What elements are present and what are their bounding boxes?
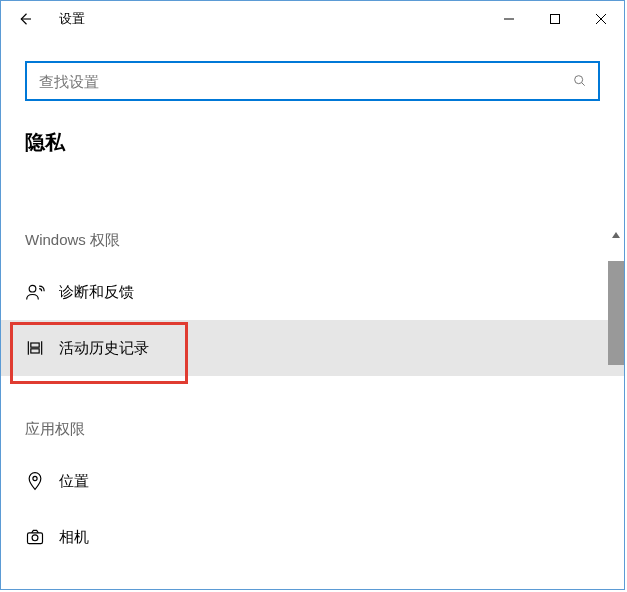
item-location[interactable]: 位置 (1, 453, 624, 509)
location-icon (25, 471, 59, 491)
maximize-button[interactable] (532, 4, 578, 34)
svg-rect-2 (551, 15, 560, 24)
vertical-scrollbar[interactable] (608, 227, 624, 589)
item-camera[interactable]: 相机 (1, 509, 624, 565)
search-box[interactable] (25, 61, 600, 101)
item-diagnostics-feedback[interactable]: 诊断和反馈 (1, 264, 624, 320)
feedback-icon (25, 282, 59, 302)
section-windows-permissions: Windows 权限 (1, 205, 624, 264)
svg-rect-10 (31, 343, 39, 347)
titlebar-left: 设置 (1, 1, 85, 37)
minimize-icon (503, 13, 515, 25)
settings-list: Windows 权限 诊断和反馈 (1, 205, 624, 589)
section-app-permissions: 应用权限 (1, 376, 624, 453)
camera-icon (25, 527, 59, 547)
window-controls (486, 4, 624, 34)
scroll-up-arrow-icon[interactable] (608, 227, 624, 243)
maximize-icon (549, 13, 561, 25)
svg-line-6 (582, 83, 585, 86)
item-label: 相机 (59, 528, 89, 547)
titlebar: 设置 (1, 1, 624, 37)
svg-point-5 (575, 76, 583, 84)
item-label: 诊断和反馈 (59, 283, 134, 302)
svg-point-14 (32, 535, 38, 541)
item-label: 位置 (59, 472, 89, 491)
svg-point-7 (29, 285, 36, 292)
activity-history-icon (25, 338, 59, 358)
scroll-thumb[interactable] (608, 261, 624, 365)
window-title: 设置 (59, 10, 85, 28)
svg-point-12 (33, 476, 37, 480)
search-container (1, 37, 624, 101)
minimize-button[interactable] (486, 4, 532, 34)
item-label: 活动历史记录 (59, 339, 149, 358)
item-activity-history[interactable]: 活动历史记录 (1, 320, 624, 376)
svg-marker-15 (612, 232, 620, 238)
content-area: 隐私 Windows 权限 诊断和反馈 (1, 37, 624, 589)
close-icon (595, 13, 607, 25)
svg-rect-11 (31, 349, 39, 353)
search-input[interactable] (37, 72, 572, 91)
back-button[interactable] (1, 1, 49, 37)
search-icon (572, 73, 588, 89)
arrow-left-icon (16, 10, 34, 28)
close-button[interactable] (578, 4, 624, 34)
page-title: 隐私 (1, 101, 624, 166)
settings-window: 设置 (0, 0, 625, 590)
